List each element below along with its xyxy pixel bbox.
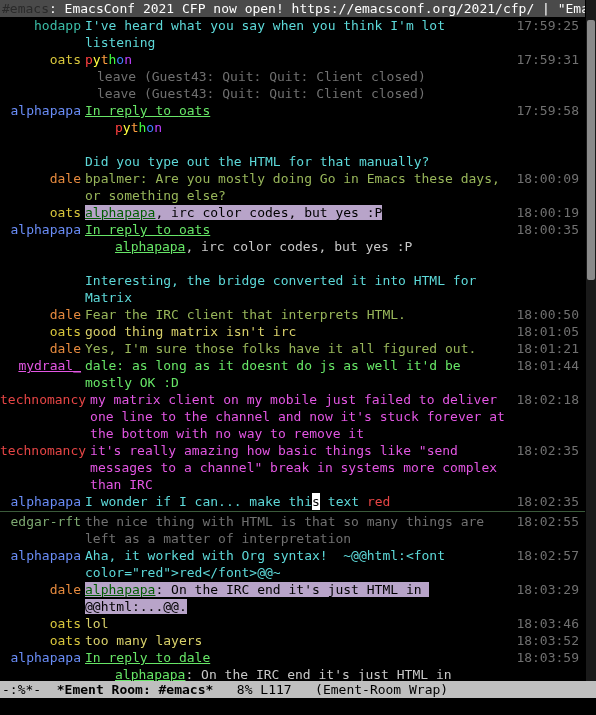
message-body[interactable]: too many layers [85,632,516,649]
message-body[interactable]: python [85,51,516,68]
nick-column: dale [0,581,85,598]
chat-line: Interesting, the bridge converted it int… [0,272,585,306]
nick[interactable]: dale [50,171,81,186]
modeline-mode: (Ement-Room Wrap) [292,682,449,697]
reply-link[interactable]: In reply to [85,103,179,118]
reply-target[interactable]: oats [179,103,210,118]
chat-line: leave (Guest43: Quit: Quit: Client close… [0,68,585,85]
timestamp: 18:02:18 [516,391,579,408]
message-body[interactable]: dale: as long as it doesnt do js as well… [85,357,516,391]
chat-line: Did you type out the HTML for that manua… [0,153,585,170]
timestamp: 17:59:31 [516,51,579,68]
message-body[interactable]: alphapapa: On the IRC end it's just HTML… [85,581,516,615]
reply-link[interactable]: In reply to [85,650,179,665]
nick[interactable]: technomancy [0,392,86,407]
nick[interactable]: hodapp [34,18,81,33]
chat-line: dalebpalmer: Are you mostly doing Go in … [0,170,585,204]
rainbow-text: python [85,52,132,67]
nick[interactable]: oats [50,52,81,67]
message-body[interactable]: alphapapa, irc color codes, but yes :P [85,204,516,221]
message-body[interactable]: I've heard what you say when you think I… [85,17,516,51]
message-body[interactable]: In reply to oats [85,102,516,119]
chat-line: oatsgood thing matrix isn't irc18:01:05 [0,323,585,340]
timestamp: 17:59:58 [516,102,579,119]
message-body[interactable]: Interesting, the bridge converted it int… [85,272,519,306]
nick[interactable]: dale [50,582,81,597]
timestamp: 18:01:05 [516,323,579,340]
mention-link[interactable]: alphapapa [115,239,185,254]
mention-link[interactable]: alphapapa [85,205,155,220]
nick-column: dale [0,306,85,323]
message-body[interactable]: bpalmer: Are you mostly doing Go in Emac… [85,170,516,204]
nick-column: alphapapa [0,221,85,238]
chat-line: alphapapaAha, it worked with Org syntax!… [0,547,585,581]
timestamp: 18:02:35 [516,442,579,459]
nick[interactable]: alphapapa [11,548,81,563]
nick[interactable]: oats [50,324,81,339]
nick-column: technomancy [0,442,90,459]
message-body[interactable]: the nice thing with HTML is that so many… [85,513,516,547]
reply-link[interactable]: In reply to [85,222,179,237]
nick[interactable]: dale [50,341,81,356]
nick[interactable]: oats [50,205,81,220]
scrollbar[interactable] [585,0,596,681]
chat-line: dalealphapapa: On the IRC end it's just … [0,581,585,615]
nick[interactable]: oats [50,616,81,631]
nick[interactable]: alphapapa [11,222,81,237]
message-body[interactable]: good thing matrix isn't irc [85,323,516,340]
chat-line: alphapapa, irc color codes, but yes :P [0,238,585,255]
reply-target[interactable]: dale [179,650,210,665]
message-body[interactable]: python [85,119,519,136]
nick[interactable]: alphapapa [11,650,81,665]
rainbow-text: python [115,120,162,135]
message-body[interactable]: alphapapa, irc color codes, but yes :P [85,238,519,255]
nick[interactable]: alphapapa [11,103,81,118]
text-cursor: s [312,493,320,510]
nick[interactable]: edgar-rft [11,514,81,529]
nick[interactable]: technomancy [0,443,86,458]
timestamp: 18:00:19 [516,204,579,221]
nick-column: oats [0,204,85,221]
nick[interactable]: dale [50,307,81,322]
modeline-buffer-name: *Ement Room: #emacs* [57,682,214,697]
chat-buffer[interactable]: hodappI've heard what you say when you t… [0,17,585,681]
timestamp: 18:03:59 [516,649,579,666]
message-body[interactable]: leave (Guest43: Quit: Quit: Client close… [85,68,519,85]
nick[interactable]: alphapapa [11,494,81,509]
message-body[interactable]: lol [85,615,516,632]
minibuffer[interactable] [0,698,596,715]
message-body[interactable]: my matrix client on my mobile just faile… [90,391,516,442]
message-body[interactable]: Aha, it worked with Org syntax! ~@@html:… [85,547,516,581]
nick-column: oats [0,323,85,340]
message-body[interactable]: In reply to oats [85,221,516,238]
message-body[interactable]: Yes, I'm sure those folks have it all fi… [85,340,516,357]
chat-line: mydraal_dale: as long as it doesnt do js… [0,357,585,391]
reply-target[interactable]: oats [179,222,210,237]
highlighted-message[interactable]: alphapapa: On the IRC end it's just HTML… [85,582,429,614]
chat-line: alphapapaIn reply to oats17:59:58 [0,102,585,119]
timestamp: 18:03:46 [516,615,579,632]
highlighted-message[interactable]: alphapapa, irc color codes, but yes :P [85,205,382,220]
message-body[interactable]: it's really amazing how basic things lik… [90,442,516,493]
nick[interactable]: oats [50,633,81,648]
chat-line: oatstoo many layers18:03:52 [0,632,585,649]
nick-column: alphapapa [0,493,85,510]
timestamp: 18:02:57 [516,547,579,564]
chat-line: alphapapaIn reply to oats18:00:35 [0,221,585,238]
nick-column: alphapapa [0,102,85,119]
chat-line: oatspython17:59:31 [0,51,585,68]
nick-column: technomancy [0,391,90,408]
message-body[interactable]: Fear the IRC client that interprets HTML… [85,306,516,323]
mode-line: -:%*- *Ement Room: #emacs* 8% L117 (Emen… [0,681,596,698]
message-body[interactable]: Did you type out the HTML for that manua… [85,153,519,170]
scrollbar-thumb[interactable] [587,20,595,280]
message-body[interactable]: I wonder if I can... make this text red [85,493,516,510]
nick-column: dale [0,170,85,187]
nick[interactable]: mydraal_ [18,358,81,373]
modeline-line: L117 [260,682,291,697]
message-body[interactable]: alphapapa: On the IRC end it's just HTML… [85,666,519,681]
message-body[interactable]: leave (Guest43: Quit: Quit: Client close… [85,85,519,102]
mention-link[interactable]: alphapapa [115,667,185,681]
message-body[interactable]: In reply to dale [85,649,516,666]
mention-link[interactable]: alphapapa [85,582,155,597]
